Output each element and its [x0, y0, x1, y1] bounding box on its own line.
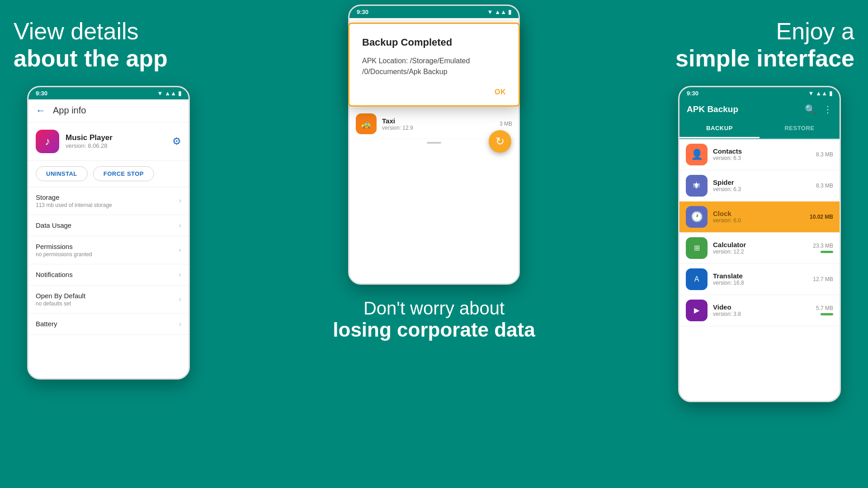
left-heading: View details about the app — [14, 18, 203, 72]
left-panel: View details about the app 9:30 ▼ ▲▲ ▮ ←… — [0, 0, 217, 488]
settings-item-battery[interactable]: Battery › — [28, 314, 189, 335]
gear-icon[interactable]: ⚙ — [172, 136, 181, 147]
app-info-bar: ← App info — [28, 99, 189, 122]
chevron-icon: › — [179, 295, 181, 303]
tab-restore[interactable]: RESTORE — [760, 119, 840, 138]
clock-app-icon: 🕐 — [686, 206, 708, 228]
taxi-app-icon: 🚕 — [356, 113, 377, 134]
center-status-time: 9:30 — [357, 9, 368, 15]
dialog-body: APK Location: /Storage/Emulated /0/Docum… — [362, 56, 506, 77]
chevron-icon: › — [179, 320, 181, 328]
right-app-list: 👤 Contacts version: 6.3 8.3 MB 🕷 Spider … — [679, 139, 840, 326]
center-bottom-line2: losing corporate data — [333, 319, 535, 341]
music-app-icon: ♪ — [36, 130, 59, 153]
backup-completed-dialog: Backup Completed APK Location: /Storage/… — [348, 23, 520, 107]
right-heading: Enjoy a simple interface — [665, 18, 854, 72]
search-icon[interactable]: 🔍 — [805, 104, 816, 115]
signal-icon: ▲▲ — [495, 9, 506, 15]
settings-item-open-by-default[interactable]: Open By Default no defaults set › — [28, 286, 189, 314]
battery-icon: ▮ — [508, 9, 511, 15]
chevron-icon: › — [179, 246, 181, 254]
settings-list: Storage 113 mb used of internal storage … — [28, 187, 189, 335]
settings-item-permissions[interactable]: Permissions no permissions granted › — [28, 236, 189, 264]
app-detail-version: version: 8.06.28 — [66, 142, 166, 149]
center-bottom-text: Don't worry about losing corporate data — [333, 298, 535, 341]
dialog-button-row: OK — [362, 88, 506, 96]
contacts-app-icon: 👤 — [686, 144, 708, 165]
wifi-icon: ▼ — [157, 90, 163, 97]
right-list-item-calculator[interactable]: ⊞ Calculator version: 12.2 23.3 MB — [679, 233, 840, 264]
right-bar — [821, 251, 833, 253]
dialog-overlay: Backup Completed APK Location: /Storage/… — [348, 23, 520, 107]
apk-app-bar: APK Backup 🔍 ⋮ — [679, 99, 840, 119]
right-heading-line1: Enjoy a — [776, 18, 854, 44]
center-bottom-line1: Don't worry about — [333, 298, 535, 319]
apk-app-title: APK Backup — [687, 104, 738, 114]
translate-app-icon: A — [686, 268, 708, 290]
wifi-icon: ▼ — [808, 90, 814, 97]
left-status-time: 9:30 — [36, 90, 47, 97]
left-status-icons: ▼ ▲▲ ▮ — [157, 90, 181, 97]
battery-icon: ▮ — [829, 90, 832, 97]
tab-bar: BACKUP RESTORE — [679, 119, 840, 139]
center-panel: Backup Completed APK Location: /Storage/… — [217, 0, 651, 488]
center-status-icons: ▼ ▲▲ ▮ — [487, 9, 511, 15]
battery-icon: ▮ — [178, 90, 181, 97]
right-bar — [821, 313, 833, 315]
app-detail-header: ♪ Music Player version: 8.06.28 ⚙ — [28, 122, 189, 161]
signal-icon: ▲▲ — [165, 90, 176, 97]
right-list-item-spider[interactable]: 🕷 Spider version: 6.3 8.3 MB — [679, 170, 840, 202]
fab-refresh-button[interactable]: ↻ — [489, 130, 511, 153]
right-status-icons: ▼ ▲▲ ▮ — [808, 90, 832, 97]
settings-item-storage[interactable]: Storage 113 mb used of internal storage … — [28, 187, 189, 215]
video-app-icon: ▶ — [686, 300, 708, 321]
signal-icon: ▲▲ — [816, 90, 827, 97]
chevron-icon: › — [179, 221, 181, 230]
apk-app-icons: 🔍 ⋮ — [805, 104, 832, 115]
action-buttons: UNINSTAL FORCE STOP — [28, 161, 189, 187]
app-info-title: App info — [53, 105, 86, 116]
app-detail-info: Music Player version: 8.06.28 — [66, 133, 166, 149]
left-status-bar: 9:30 ▼ ▲▲ ▮ — [28, 87, 189, 99]
spider-app-icon: 🕷 — [686, 175, 708, 197]
right-list-item-clock[interactable]: 🕐 Clock version: 6.0 10.02 MB — [679, 202, 840, 233]
right-list-item-translate[interactable]: A Translate version: 16.8 12.7 MB — [679, 264, 840, 295]
center-status-bar: 9:30 ▼ ▲▲ ▮ — [349, 6, 519, 18]
tab-backup[interactable]: BACKUP — [679, 119, 760, 138]
right-list-item-video[interactable]: ▶ Video version: 3.8 5.7 MB — [679, 295, 840, 326]
wifi-icon: ▼ — [487, 9, 493, 15]
left-heading-line1: View details — [14, 18, 139, 44]
dialog-ok-button[interactable]: OK — [495, 88, 506, 96]
back-arrow-icon[interactable]: ← — [36, 105, 46, 117]
settings-item-notifications[interactable]: Notifications › — [28, 264, 189, 286]
chevron-icon: › — [179, 271, 181, 279]
dialog-title: Backup Completed — [362, 37, 506, 48]
uninstall-button[interactable]: UNINSTAL — [36, 166, 88, 181]
left-heading-line2: about the app — [14, 45, 168, 71]
right-list-item-contacts[interactable]: 👤 Contacts version: 6.3 8.3 MB — [679, 139, 840, 170]
left-phone-mockup: 9:30 ▼ ▲▲ ▮ ← App info ♪ Music Player ve… — [27, 86, 190, 380]
right-phone-mockup: 9:30 ▼ ▲▲ ▮ APK Backup 🔍 ⋮ BACKUP RESTOR… — [678, 86, 841, 402]
calculator-app-icon: ⊞ — [686, 237, 708, 259]
right-panel: Enjoy a simple interface 9:30 ▼ ▲▲ ▮ APK… — [651, 0, 868, 488]
chevron-icon: › — [179, 197, 181, 205]
right-status-bar: 9:30 ▼ ▲▲ ▮ — [679, 87, 840, 99]
right-status-time: 9:30 — [687, 90, 698, 97]
force-stop-button[interactable]: FORCE STOP — [93, 166, 154, 181]
scroll-dot — [427, 142, 441, 144]
more-options-icon[interactable]: ⋮ — [823, 104, 832, 115]
right-heading-line2: simple interface — [675, 45, 854, 71]
app-detail-name: Music Player — [66, 133, 166, 142]
settings-item-data-usage[interactable]: Data Usage › — [28, 215, 189, 236]
